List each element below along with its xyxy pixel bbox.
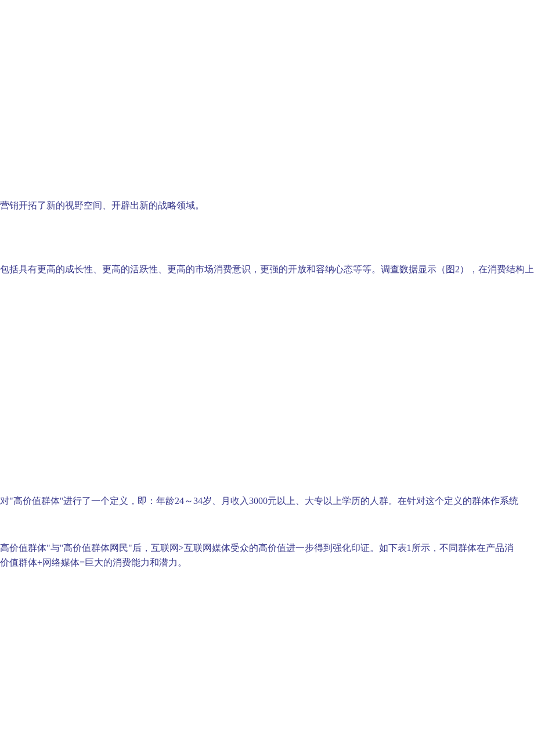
paragraph-2: 包括具有更高的成长性、更高的活跃性、更高的市场消费意识，更强的开放和容纳心态等等…	[0, 261, 534, 278]
paragraph-5: 价值群体+网络媒体=巨大的消费能力和潜力。	[0, 555, 187, 571]
paragraph-3: 对"高价值群体"进行了一个定义，即：年龄24～34岁、月收入3000元以上、大专…	[0, 493, 518, 510]
paragraph-1: 营销开拓了新的视野空间、开辟出新的战略领域。	[0, 197, 204, 214]
